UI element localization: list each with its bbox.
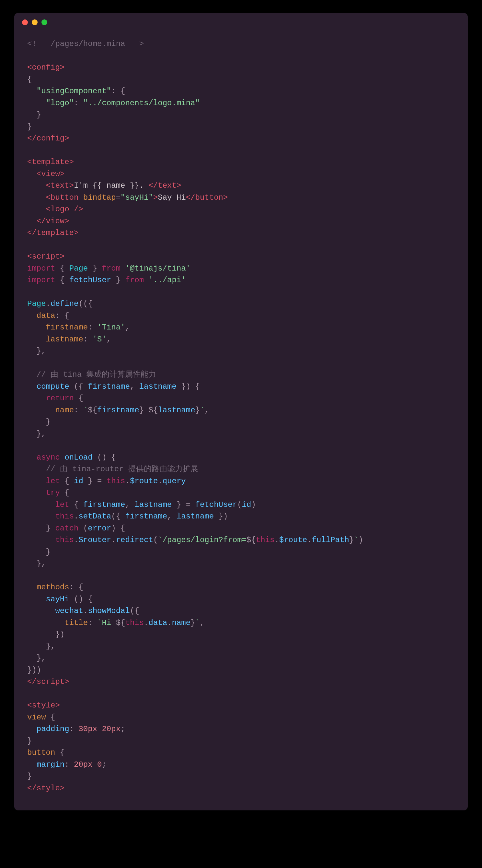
code-content: <!-- /pages/home.mina --> <config> { "us… (14, 29, 468, 810)
maximize-button[interactable] (41, 20, 47, 25)
window-titlebar (14, 13, 468, 29)
minimize-button[interactable] (32, 20, 37, 25)
comment-filepath: <!-- /pages/home.mina --> (27, 39, 144, 48)
editor-window: <!-- /pages/home.mina --> <config> { "us… (14, 13, 468, 810)
close-button[interactable] (22, 20, 28, 25)
